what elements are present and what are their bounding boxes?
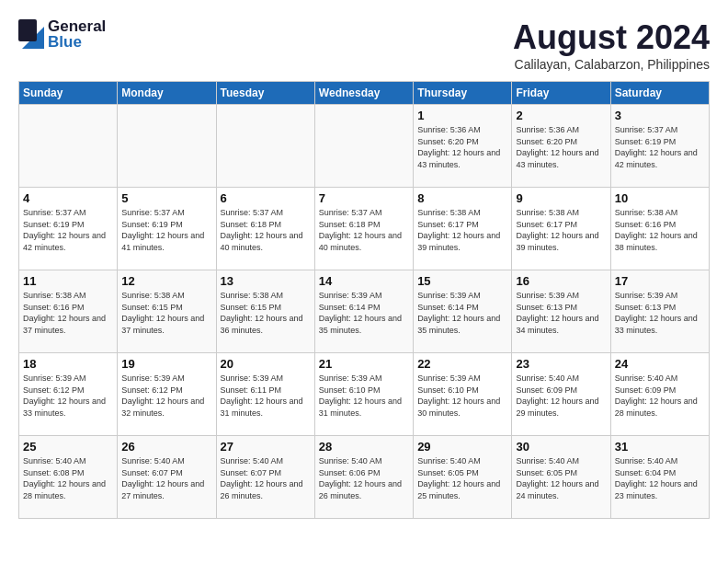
calendar-cell: [118, 105, 216, 188]
calendar-title: August 2024: [513, 18, 710, 57]
day-number: 20: [221, 357, 311, 371]
day-info: Sunrise: 5:39 AM Sunset: 6:14 PM Dayligh…: [319, 290, 409, 336]
day-info: Sunrise: 5:39 AM Sunset: 6:13 PM Dayligh…: [615, 290, 705, 336]
calendar-cell: 22Sunrise: 5:39 AM Sunset: 6:10 PM Dayli…: [414, 353, 512, 436]
calendar-cell: 14Sunrise: 5:39 AM Sunset: 6:14 PM Dayli…: [314, 270, 413, 353]
day-number: 19: [121, 357, 211, 371]
calendar-cell: 11Sunrise: 5:38 AM Sunset: 6:16 PM Dayli…: [19, 270, 118, 353]
calendar-cell: 3Sunrise: 5:37 AM Sunset: 6:19 PM Daylig…: [610, 105, 709, 188]
day-info: Sunrise: 5:37 AM Sunset: 6:18 PM Dayligh…: [319, 207, 409, 253]
svg-rect-1: [18, 19, 37, 41]
day-info: Sunrise: 5:40 AM Sunset: 6:08 PM Dayligh…: [23, 455, 113, 501]
day-number: 10: [615, 191, 705, 205]
calendar-cell: 30Sunrise: 5:40 AM Sunset: 6:05 PM Dayli…: [512, 436, 610, 519]
weekday-header-friday: Friday: [512, 82, 610, 105]
calendar-cell: 24Sunrise: 5:40 AM Sunset: 6:09 PM Dayli…: [610, 353, 709, 436]
calendar-cell: [19, 105, 118, 188]
calendar-cell: 7Sunrise: 5:37 AM Sunset: 6:18 PM Daylig…: [314, 188, 413, 270]
calendar-cell: 15Sunrise: 5:39 AM Sunset: 6:14 PM Dayli…: [414, 270, 512, 353]
weekday-header-wednesday: Wednesday: [314, 82, 413, 105]
weekday-header-tuesday: Tuesday: [216, 82, 314, 105]
day-info: Sunrise: 5:40 AM Sunset: 6:07 PM Dayligh…: [121, 455, 211, 501]
day-number: 15: [417, 274, 507, 288]
calendar-cell: 31Sunrise: 5:40 AM Sunset: 6:04 PM Dayli…: [610, 436, 709, 519]
calendar-week-row: 11Sunrise: 5:38 AM Sunset: 6:16 PM Dayli…: [19, 270, 710, 353]
day-number: 28: [319, 440, 409, 454]
day-info: Sunrise: 5:38 AM Sunset: 6:15 PM Dayligh…: [221, 290, 311, 336]
day-number: 17: [615, 274, 705, 288]
day-number: 27: [221, 440, 311, 454]
calendar-table: SundayMondayTuesdayWednesdayThursdayFrid…: [18, 81, 710, 519]
calendar-cell: 5Sunrise: 5:37 AM Sunset: 6:19 PM Daylig…: [118, 188, 216, 270]
day-info: Sunrise: 5:38 AM Sunset: 6:17 PM Dayligh…: [516, 207, 606, 253]
day-info: Sunrise: 5:38 AM Sunset: 6:17 PM Dayligh…: [417, 207, 507, 253]
calendar-cell: 10Sunrise: 5:38 AM Sunset: 6:16 PM Dayli…: [610, 188, 709, 270]
calendar-cell: [314, 105, 413, 188]
day-number: 9: [516, 191, 606, 205]
day-info: Sunrise: 5:39 AM Sunset: 6:10 PM Dayligh…: [417, 373, 507, 419]
day-number: 3: [615, 109, 705, 122]
day-number: 21: [319, 357, 409, 371]
calendar-cell: 20Sunrise: 5:39 AM Sunset: 6:11 PM Dayli…: [216, 353, 314, 436]
day-info: Sunrise: 5:39 AM Sunset: 6:10 PM Dayligh…: [319, 373, 409, 419]
day-info: Sunrise: 5:38 AM Sunset: 6:16 PM Dayligh…: [23, 290, 113, 336]
day-number: 14: [319, 274, 409, 288]
calendar-cell: 6Sunrise: 5:37 AM Sunset: 6:18 PM Daylig…: [216, 188, 314, 270]
day-number: 23: [516, 357, 606, 371]
day-number: 1: [417, 109, 507, 122]
weekday-header-row: SundayMondayTuesdayWednesdayThursdayFrid…: [19, 82, 710, 105]
day-info: Sunrise: 5:40 AM Sunset: 6:07 PM Dayligh…: [221, 455, 311, 501]
calendar-cell: 16Sunrise: 5:39 AM Sunset: 6:13 PM Dayli…: [512, 270, 610, 353]
calendar-cell: 17Sunrise: 5:39 AM Sunset: 6:13 PM Dayli…: [610, 270, 709, 353]
calendar-cell: 21Sunrise: 5:39 AM Sunset: 6:10 PM Dayli…: [314, 353, 413, 436]
day-info: Sunrise: 5:40 AM Sunset: 6:09 PM Dayligh…: [516, 373, 606, 419]
logo-blue-text: Blue: [48, 34, 106, 50]
calendar-cell: 2Sunrise: 5:36 AM Sunset: 6:20 PM Daylig…: [512, 105, 610, 188]
calendar-cell: 23Sunrise: 5:40 AM Sunset: 6:09 PM Dayli…: [512, 353, 610, 436]
day-number: 22: [417, 357, 507, 371]
day-number: 31: [615, 440, 705, 454]
logo-icon: [18, 19, 44, 49]
calendar-cell: 8Sunrise: 5:38 AM Sunset: 6:17 PM Daylig…: [414, 188, 512, 270]
calendar-cell: 12Sunrise: 5:38 AM Sunset: 6:15 PM Dayli…: [118, 270, 216, 353]
day-number: 13: [221, 274, 311, 288]
calendar-cell: 19Sunrise: 5:39 AM Sunset: 6:12 PM Dayli…: [118, 353, 216, 436]
day-number: 5: [121, 191, 211, 205]
day-number: 8: [417, 191, 507, 205]
day-info: Sunrise: 5:37 AM Sunset: 6:19 PM Dayligh…: [121, 207, 211, 253]
day-info: Sunrise: 5:36 AM Sunset: 6:20 PM Dayligh…: [417, 124, 507, 170]
calendar-week-row: 18Sunrise: 5:39 AM Sunset: 6:12 PM Dayli…: [19, 353, 710, 436]
day-number: 18: [23, 357, 113, 371]
day-info: Sunrise: 5:39 AM Sunset: 6:12 PM Dayligh…: [23, 373, 113, 419]
title-block: August 2024 Calilayan, Calabarzon, Phili…: [513, 18, 710, 72]
day-number: 30: [516, 440, 606, 454]
weekday-header-monday: Monday: [118, 82, 216, 105]
day-info: Sunrise: 5:38 AM Sunset: 6:16 PM Dayligh…: [615, 207, 705, 253]
calendar-cell: 26Sunrise: 5:40 AM Sunset: 6:07 PM Dayli…: [118, 436, 216, 519]
calendar-week-row: 25Sunrise: 5:40 AM Sunset: 6:08 PM Dayli…: [19, 436, 710, 519]
day-number: 26: [121, 440, 211, 454]
day-info: Sunrise: 5:36 AM Sunset: 6:20 PM Dayligh…: [516, 124, 606, 170]
day-info: Sunrise: 5:37 AM Sunset: 6:18 PM Dayligh…: [221, 207, 311, 253]
day-number: 25: [23, 440, 113, 454]
day-info: Sunrise: 5:40 AM Sunset: 6:04 PM Dayligh…: [615, 455, 705, 501]
day-number: 7: [319, 191, 409, 205]
day-number: 16: [516, 274, 606, 288]
day-number: 11: [23, 274, 113, 288]
calendar-cell: 4Sunrise: 5:37 AM Sunset: 6:19 PM Daylig…: [19, 188, 118, 270]
day-number: 2: [516, 109, 606, 122]
day-info: Sunrise: 5:37 AM Sunset: 6:19 PM Dayligh…: [23, 207, 113, 253]
calendar-week-row: 1Sunrise: 5:36 AM Sunset: 6:20 PM Daylig…: [19, 105, 710, 188]
day-info: Sunrise: 5:38 AM Sunset: 6:15 PM Dayligh…: [121, 290, 211, 336]
calendar-week-row: 4Sunrise: 5:37 AM Sunset: 6:19 PM Daylig…: [19, 188, 710, 270]
calendar-cell: 29Sunrise: 5:40 AM Sunset: 6:05 PM Dayli…: [414, 436, 512, 519]
day-info: Sunrise: 5:39 AM Sunset: 6:13 PM Dayligh…: [516, 290, 606, 336]
calendar-subtitle: Calilayan, Calabarzon, Philippines: [513, 57, 710, 72]
calendar-cell: 1Sunrise: 5:36 AM Sunset: 6:20 PM Daylig…: [414, 105, 512, 188]
logo: General Blue: [18, 18, 106, 50]
day-number: 12: [121, 274, 211, 288]
day-info: Sunrise: 5:39 AM Sunset: 6:11 PM Dayligh…: [221, 373, 311, 419]
calendar-cell: 9Sunrise: 5:38 AM Sunset: 6:17 PM Daylig…: [512, 188, 610, 270]
calendar-cell: 25Sunrise: 5:40 AM Sunset: 6:08 PM Dayli…: [19, 436, 118, 519]
day-info: Sunrise: 5:40 AM Sunset: 6:05 PM Dayligh…: [516, 455, 606, 501]
